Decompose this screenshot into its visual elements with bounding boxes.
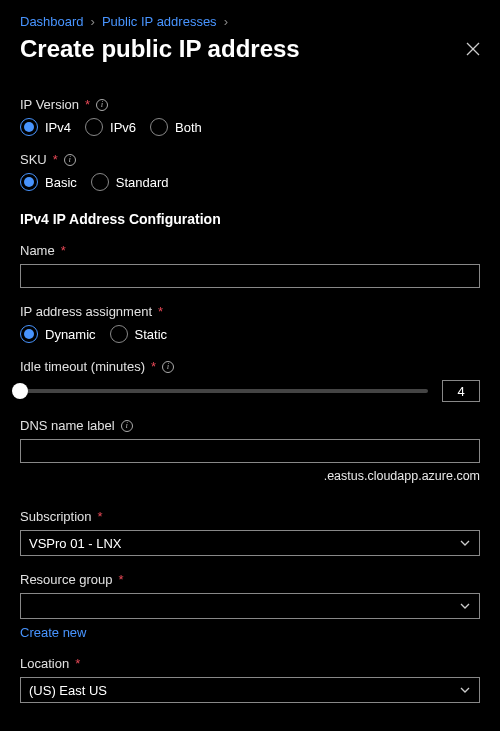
- chevron-down-icon: [459, 537, 471, 549]
- idle-timeout-label: Idle timeout (minutes)* i: [20, 359, 480, 374]
- radio-standard[interactable]: Standard: [91, 173, 169, 191]
- slider-thumb[interactable]: [12, 383, 28, 399]
- resource-group-select[interactable]: [20, 593, 480, 619]
- assignment-label: IP address assignment*: [20, 304, 480, 319]
- chevron-right-icon: ›: [224, 14, 228, 29]
- radio-basic[interactable]: Basic: [20, 173, 77, 191]
- name-label: Name*: [20, 243, 480, 258]
- sku-label: SKU* i: [20, 152, 480, 167]
- ip-version-radios: IPv4 IPv6 Both: [20, 118, 480, 136]
- subscription-label: Subscription*: [20, 509, 480, 524]
- title-bar: Create public IP address: [0, 35, 500, 79]
- close-icon[interactable]: [466, 42, 480, 56]
- breadcrumb: Dashboard › Public IP addresses ›: [0, 0, 500, 35]
- radio-ipv4[interactable]: IPv4: [20, 118, 71, 136]
- location-select[interactable]: (US) East US: [20, 677, 480, 703]
- idle-timeout-slider[interactable]: [20, 382, 428, 400]
- chevron-right-icon: ›: [91, 14, 95, 29]
- location-label: Location*: [20, 656, 480, 671]
- ipv4-config-heading: IPv4 IP Address Configuration: [20, 211, 480, 227]
- create-new-link[interactable]: Create new: [20, 625, 86, 640]
- idle-timeout-value: 4: [442, 380, 480, 402]
- breadcrumb-public-ips[interactable]: Public IP addresses: [102, 14, 217, 29]
- assignment-radios: Dynamic Static: [20, 325, 480, 343]
- radio-dynamic[interactable]: Dynamic: [20, 325, 96, 343]
- resource-group-label: Resource group*: [20, 572, 480, 587]
- sku-radios: Basic Standard: [20, 173, 480, 191]
- info-icon[interactable]: i: [96, 99, 108, 111]
- info-icon[interactable]: i: [162, 361, 174, 373]
- subscription-select[interactable]: VSPro 01 - LNX: [20, 530, 480, 556]
- radio-ipv6[interactable]: IPv6: [85, 118, 136, 136]
- chevron-down-icon: [459, 600, 471, 612]
- dns-input[interactable]: [20, 439, 480, 463]
- radio-static[interactable]: Static: [110, 325, 168, 343]
- radio-both[interactable]: Both: [150, 118, 202, 136]
- chevron-down-icon: [459, 684, 471, 696]
- name-input[interactable]: [20, 264, 480, 288]
- info-icon[interactable]: i: [64, 154, 76, 166]
- page-title: Create public IP address: [20, 35, 300, 63]
- dns-suffix: .eastus.cloudapp.azure.com: [20, 469, 480, 483]
- breadcrumb-dashboard[interactable]: Dashboard: [20, 14, 84, 29]
- info-icon[interactable]: i: [121, 420, 133, 432]
- dns-label: DNS name label i: [20, 418, 480, 433]
- ip-version-label: IP Version* i: [20, 97, 480, 112]
